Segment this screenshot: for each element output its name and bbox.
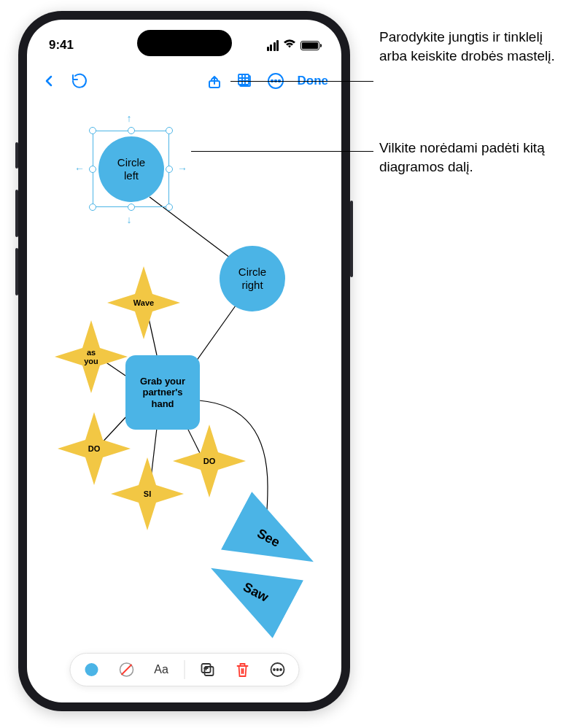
- callout-drag: Vilkite norėdami padėti kitą diagramos d…: [379, 139, 569, 176]
- signal-icon: [267, 40, 279, 51]
- phone-frame: 9:41: [18, 11, 350, 711]
- callout-grid: Parodykite jungtis ir tinklelį arba keis…: [379, 28, 569, 65]
- battery-icon: [300, 41, 319, 50]
- svg-point-33: [274, 669, 275, 670]
- callout-line-drag: [191, 151, 373, 152]
- svg-line-27: [121, 665, 131, 675]
- toolbar-divider: [184, 660, 185, 679]
- text-tool[interactable]: Aa: [149, 657, 174, 682]
- resize-handle-sw[interactable]: [89, 204, 96, 211]
- svg-point-34: [276, 669, 278, 670]
- side-button-volup: [15, 190, 18, 237]
- resize-handle-ne[interactable]: [166, 127, 173, 134]
- star-label: SI: [144, 489, 151, 498]
- duplicate-tool[interactable]: [195, 657, 220, 682]
- wifi-icon: [283, 39, 296, 52]
- connect-arrow-right[interactable]: →: [177, 163, 187, 174]
- fill-tool[interactable]: [79, 657, 104, 682]
- bottom-toolbar: Aa: [69, 653, 299, 686]
- back-button[interactable]: [40, 72, 58, 90]
- resize-handle-s[interactable]: [128, 204, 135, 211]
- svg-point-25: [85, 663, 98, 676]
- phone-screen: 9:41: [27, 20, 341, 702]
- shape-circle-right[interactable]: Circle right: [220, 246, 285, 311]
- shape-star-do2[interactable]: DO: [173, 425, 246, 497]
- star-label: as you: [84, 348, 98, 365]
- resize-handle-e[interactable]: [166, 166, 173, 173]
- svg-point-35: [280, 669, 282, 670]
- connect-arrow-down[interactable]: ↓: [127, 214, 132, 225]
- connect-arrow-up[interactable]: ↑: [127, 112, 132, 124]
- undo-button[interactable]: [71, 72, 88, 90]
- delete-tool[interactable]: [230, 657, 255, 682]
- shape-circle-left[interactable]: Circle left: [98, 136, 164, 202]
- side-button-silence: [15, 142, 18, 169]
- resize-handle-nw[interactable]: [89, 127, 96, 134]
- status-time: 9:41: [49, 38, 74, 53]
- resize-handle-se[interactable]: [166, 204, 173, 211]
- side-button-power: [350, 201, 353, 277]
- svg-rect-2: [238, 74, 249, 85]
- dynamic-island: [137, 30, 232, 56]
- shape-star-asyou[interactable]: as you: [55, 320, 128, 393]
- share-button[interactable]: [206, 72, 223, 90]
- canvas[interactable]: ↑ ↓ ← → Circle left Circle right Wave as…: [27, 100, 341, 651]
- star-label: DO: [88, 444, 101, 453]
- stroke-tool[interactable]: [114, 657, 139, 682]
- star-label: DO: [203, 457, 216, 465]
- resize-handle-n[interactable]: [128, 127, 135, 134]
- status-right: [267, 39, 320, 52]
- shape-square-grab[interactable]: Grab your partner's hand: [125, 355, 200, 430]
- more-tool[interactable]: [265, 657, 290, 682]
- connect-arrow-left[interactable]: ←: [74, 163, 85, 174]
- side-button-voldown: [15, 248, 18, 295]
- star-label: Wave: [133, 298, 154, 307]
- callout-line-grid: [230, 81, 373, 82]
- resize-handle-w[interactable]: [89, 166, 96, 173]
